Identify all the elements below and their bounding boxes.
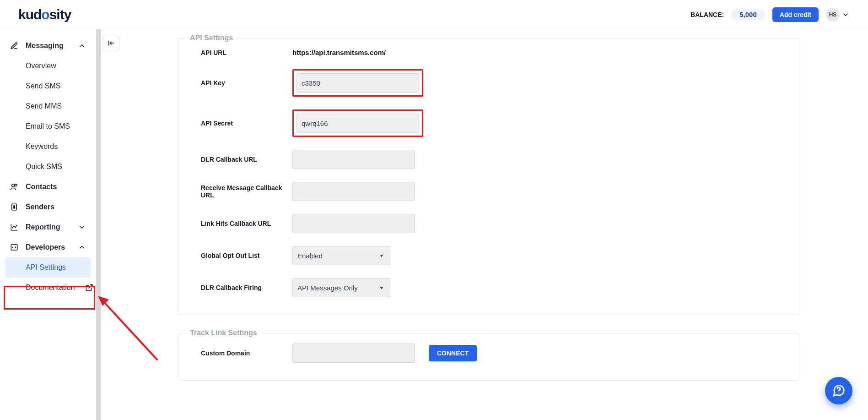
sidebar-item-reporting[interactable]: Reporting <box>5 217 91 237</box>
sidebar-item-label: Contacts <box>26 183 57 191</box>
api-url-value: https://api.transmitsms.com/ <box>292 49 386 56</box>
custom-domain-input[interactable] <box>292 344 415 363</box>
field-label: Custom Domain <box>201 349 288 357</box>
global-optout-select[interactable]: Enabled <box>292 246 390 265</box>
receive-callback-input[interactable] <box>292 182 415 201</box>
balance-value[interactable]: 5,000 <box>731 8 765 21</box>
sidebar-item-documentation[interactable]: Documentation <box>5 278 91 298</box>
api-settings-panel: API Settings API URL https://api.transmi… <box>178 34 799 315</box>
api-secret-input[interactable] <box>297 114 419 133</box>
sidebar-item-label: Senders <box>26 203 54 211</box>
link-callback-input[interactable] <box>292 214 415 233</box>
sidebar-scrollbar[interactable] <box>96 29 101 420</box>
api-key-input[interactable] <box>297 73 419 93</box>
row-receive-callback: Receive Message Callback URL <box>179 175 799 207</box>
code-icon <box>10 243 18 251</box>
top-bar: kudosity BALANCE: 5,000 Add credit HS <box>0 0 868 29</box>
sidebar-item-label: Reporting <box>26 223 60 231</box>
annotation-highlight <box>292 69 423 97</box>
main-content: API Settings API URL https://api.transmi… <box>101 29 868 420</box>
row-api-secret: API Secret <box>179 103 799 143</box>
sidebar-item-quick-sms[interactable]: Quick SMS <box>5 157 91 177</box>
annotation-highlight <box>292 109 423 137</box>
panel-legend: API Settings <box>187 34 236 42</box>
chevron-down-icon <box>78 223 86 231</box>
brand-logo: kudosity <box>18 7 71 22</box>
sidebar-item-messaging[interactable]: Messaging <box>5 36 91 56</box>
row-dlr-callback: DLR Callback URL <box>179 143 799 175</box>
field-label: Global Opt Out List <box>201 252 288 259</box>
external-link-icon <box>85 284 93 292</box>
row-api-url: API URL https://api.transmitsms.com/ <box>179 42 799 63</box>
sidebar: Messaging Overview Send SMS Send MMS Ema… <box>0 29 96 420</box>
track-link-settings-panel: Track Link Settings Custom Domain CONNEC… <box>178 329 799 381</box>
field-label: Receive Message Callback URL <box>201 184 288 199</box>
user-menu[interactable]: HS <box>826 8 850 22</box>
connect-button[interactable]: CONNECT <box>429 345 477 361</box>
row-dlr-firing: DLR Callback Firing API Messages Only <box>179 272 799 304</box>
sidebar-item-send-mms[interactable]: Send MMS <box>5 96 91 116</box>
sidebar-item-label: Send MMS <box>26 102 62 110</box>
chart-icon <box>10 223 18 231</box>
sidebar-item-label: Keywords <box>26 142 58 151</box>
row-link-callback: Link Hits Callback URL <box>179 207 799 240</box>
panel-legend: Track Link Settings <box>187 329 260 337</box>
sidebar-item-label: Messaging <box>26 42 64 50</box>
row-custom-domain: Custom Domain CONNECT <box>179 337 799 369</box>
avatar: HS <box>826 8 840 22</box>
row-api-key: API Key <box>179 63 799 103</box>
top-right-group: BALANCE: 5,000 Add credit HS <box>690 7 850 22</box>
hash-file-icon <box>10 203 18 211</box>
sidebar-item-overview[interactable]: Overview <box>5 56 91 76</box>
sidebar-item-api-settings[interactable]: API Settings <box>5 257 91 278</box>
sidebar-item-label: API Settings <box>26 263 66 272</box>
sidebar-item-senders[interactable]: Senders <box>5 197 91 217</box>
users-icon <box>10 183 18 191</box>
dlr-callback-input[interactable] <box>292 150 415 169</box>
field-label: DLR Callback URL <box>201 156 288 163</box>
sidebar-item-label: Send SMS <box>26 82 60 90</box>
field-label: API Secret <box>201 120 288 127</box>
svg-point-0 <box>12 184 15 187</box>
sidebar-item-label: Developers <box>26 243 65 251</box>
balance-label: BALANCE: <box>690 11 724 18</box>
chevron-up-icon <box>78 243 86 251</box>
svg-point-1 <box>15 184 17 186</box>
edit-icon <box>10 42 18 50</box>
field-label: Link Hits Callback URL <box>201 220 288 227</box>
sidebar-item-label: Documentation <box>26 284 75 292</box>
svg-point-7 <box>838 393 839 393</box>
help-fab[interactable] <box>825 377 852 404</box>
sidebar-item-developers[interactable]: Developers <box>5 237 91 257</box>
field-label: DLR Callback Firing <box>201 284 288 291</box>
chevron-up-icon <box>78 42 86 50</box>
sidebar-item-label: Quick SMS <box>26 163 62 171</box>
chevron-down-icon <box>841 11 850 19</box>
sidebar-item-email-to-sms[interactable]: Email to SMS <box>5 116 91 136</box>
sidebar-item-label: Overview <box>26 62 56 70</box>
field-label: API URL <box>201 49 288 56</box>
sidebar-item-contacts[interactable]: Contacts <box>5 177 91 197</box>
row-global-optout: Global Opt Out List Enabled <box>179 240 799 272</box>
add-credit-button[interactable]: Add credit <box>772 7 819 22</box>
dlr-firing-select[interactable]: API Messages Only <box>292 278 390 297</box>
sidebar-item-label: Email to SMS <box>26 122 70 131</box>
field-label: API Key <box>201 79 288 87</box>
sidebar-item-send-sms[interactable]: Send SMS <box>5 76 91 96</box>
sidebar-item-keywords[interactable]: Keywords <box>5 136 91 157</box>
